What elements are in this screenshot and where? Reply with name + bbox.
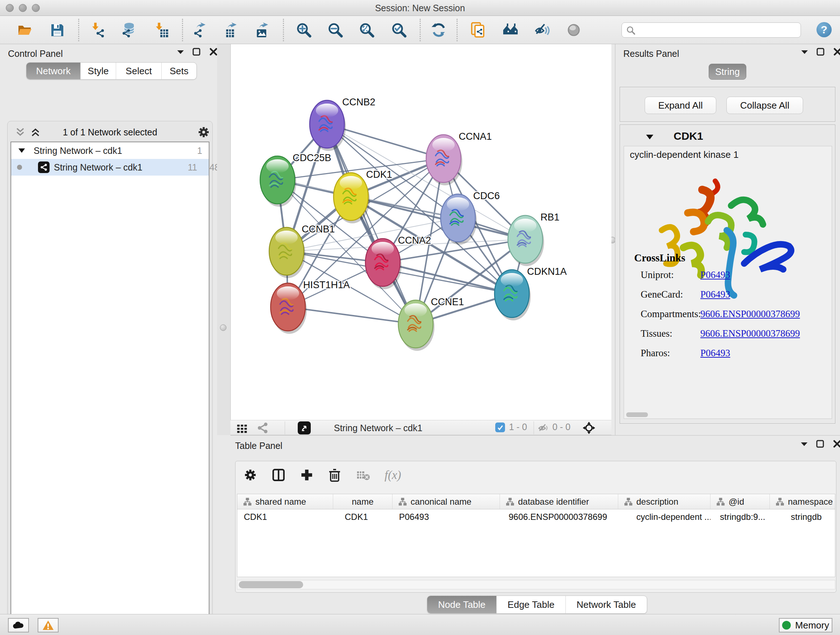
float-panel-icon[interactable] xyxy=(193,44,201,59)
table-options-gear-icon[interactable] xyxy=(243,468,257,482)
network-share-icon[interactable] xyxy=(256,422,269,434)
table-scrollbar-thumb[interactable] xyxy=(239,581,303,588)
birdseye-grid-icon[interactable] xyxy=(236,422,248,433)
cell-database-identifier[interactable]: 9606.ENSP00000378699 xyxy=(500,509,618,524)
node-table[interactable]: shared name name canonical name database… xyxy=(237,494,835,577)
network-options-gear-icon[interactable] xyxy=(197,126,210,139)
panel-menu-icon[interactable] xyxy=(801,44,808,59)
network-node-ccna1[interactable]: CCNA1 xyxy=(426,131,492,185)
tab-string[interactable]: String xyxy=(709,64,746,80)
float-panel-icon[interactable] xyxy=(816,436,825,451)
help-button[interactable]: ? xyxy=(816,22,832,37)
network-edge[interactable] xyxy=(351,196,525,239)
network-row-selected[interactable]: String Network – cdk1 11 48 xyxy=(11,159,209,176)
glass-eye-button[interactable] xyxy=(566,22,582,38)
cell-namespace[interactable]: stringdb xyxy=(770,509,835,524)
show-columns-icon[interactable] xyxy=(272,468,286,482)
crosslink-link[interactable]: P06493 xyxy=(700,348,730,359)
column-header-id[interactable]: @id xyxy=(711,494,770,509)
expand-all-button[interactable]: Expand All xyxy=(645,97,716,114)
collection-expand-icon[interactable] xyxy=(18,147,26,154)
column-header-shared-name[interactable]: shared name xyxy=(237,494,333,509)
string-network-graph[interactable]: CCNB2CCNA1CDC25BCDK1CDC6RB1CCNB1CCNA2CDK… xyxy=(231,44,612,420)
cell-id[interactable]: stringdb:9... xyxy=(711,509,770,524)
zoom-selected-button[interactable] xyxy=(391,22,407,38)
hidden-eye-icon[interactable] xyxy=(538,423,549,433)
table-horizontal-scrollbar[interactable] xyxy=(237,580,835,589)
tab-select[interactable]: Select xyxy=(116,63,162,79)
left-splitter-handle[interactable] xyxy=(220,325,226,331)
column-header-name[interactable]: name xyxy=(333,494,393,509)
network-node-ccne1[interactable]: CCNE1 xyxy=(398,296,464,351)
network-node-ccna2[interactable]: CCNA2 xyxy=(365,235,431,289)
zoom-in-button[interactable] xyxy=(296,22,312,38)
cell-description[interactable]: cyclin-dependent ... xyxy=(618,509,711,524)
tab-network-table[interactable]: Network Table xyxy=(566,596,647,613)
close-panel-icon[interactable] xyxy=(833,44,840,59)
cdk1-details: cyclin-dependent kinase 1 CrossLinks xyxy=(624,146,832,419)
fit-selected-crosshair-icon[interactable] xyxy=(582,421,596,435)
add-column-icon[interactable] xyxy=(300,468,314,482)
apply-layout-button[interactable] xyxy=(431,22,447,38)
left-splitter[interactable] xyxy=(217,44,231,435)
tab-edge-table[interactable]: Edge Table xyxy=(497,596,566,613)
column-header-namespace[interactable]: namespace xyxy=(770,494,835,509)
toolbar-search-input[interactable] xyxy=(622,22,801,38)
collapse-all-button[interactable]: Collapse All xyxy=(726,97,803,114)
open-session-button[interactable] xyxy=(17,22,33,38)
export-table-button[interactable] xyxy=(223,22,238,38)
cloud-status-button[interactable] xyxy=(8,618,29,632)
selected-nodes-checkbox[interactable] xyxy=(495,423,505,432)
column-header-canonical-name[interactable]: canonical name xyxy=(393,494,500,509)
crosslinks-scrollbar-thumb[interactable] xyxy=(626,412,648,417)
column-header-database-identifier[interactable]: database identifier xyxy=(500,494,618,509)
float-panel-icon[interactable] xyxy=(816,44,825,59)
memory-button[interactable]: Memory xyxy=(779,618,832,632)
crosslink-link[interactable]: 9606.ENSP00000378699 xyxy=(700,328,800,339)
panel-menu-icon[interactable] xyxy=(800,436,808,451)
cdk1-section: CDK1 cyclin-dependent kinase 1 CrossLink… xyxy=(620,125,835,424)
import-network-button[interactable] xyxy=(90,22,106,38)
network-node-rb1[interactable]: RB1 xyxy=(508,212,560,266)
crosslink-link[interactable]: P06493 xyxy=(700,289,730,300)
cell-canonical-name[interactable]: P06493 xyxy=(393,509,500,524)
network-node-cdkn1a[interactable]: CDKN1A xyxy=(494,266,567,320)
cdk1-collapse-icon[interactable] xyxy=(645,134,654,141)
network-node-hist1h1a[interactable]: HIST1H1A xyxy=(271,279,350,334)
tab-network[interactable]: Network xyxy=(27,63,81,79)
string-enrichment-button[interactable] xyxy=(502,22,518,38)
warnings-button[interactable] xyxy=(38,618,58,632)
crosslink-link[interactable]: P06493 xyxy=(700,269,730,280)
table-row[interactable]: CDK1 CDK1 P06493 9606.ENSP00000378699 cy… xyxy=(237,509,835,524)
panel-menu-icon[interactable] xyxy=(177,44,185,59)
zoom-fit-button[interactable] xyxy=(359,22,375,38)
crosslink-link[interactable]: 9606.ENSP00000378699 xyxy=(700,309,800,320)
function-builder-icon[interactable]: f(x) xyxy=(385,469,401,482)
network-node-ccnb2[interactable]: CCNB2 xyxy=(309,97,376,151)
delete-table-icon[interactable] xyxy=(355,469,370,481)
network-collection-row[interactable]: String Network – cdk1 1 xyxy=(11,142,209,159)
zoom-out-button[interactable] xyxy=(327,22,343,38)
close-panel-icon[interactable] xyxy=(833,436,840,451)
cell-shared-name[interactable]: CDK1 xyxy=(237,509,333,524)
import-table-button[interactable] xyxy=(154,22,170,38)
hide-glass-eye-button[interactable] xyxy=(534,22,550,38)
network-node-ccnb1[interactable]: CCNB1 xyxy=(269,224,335,278)
network-node-cdc6[interactable]: CDC6 xyxy=(441,190,500,245)
detach-view-icon[interactable] xyxy=(298,421,311,434)
column-header-description[interactable]: description xyxy=(618,494,711,509)
tab-node-table[interactable]: Node Table xyxy=(427,596,497,613)
network-edge[interactable] xyxy=(288,307,416,324)
cell-name[interactable]: CDK1 xyxy=(333,509,393,524)
close-panel-icon[interactable] xyxy=(209,44,218,59)
save-session-button[interactable] xyxy=(49,22,65,38)
tab-style[interactable]: Style xyxy=(81,63,116,79)
new-network-from-selection-button[interactable] xyxy=(470,22,486,38)
import-network-from-database-button[interactable] xyxy=(120,22,136,38)
network-canvas[interactable]: CCNB2CCNA1CDC25BCDK1CDC6RB1CCNB1CCNA2CDK… xyxy=(231,44,611,420)
export-image-button[interactable] xyxy=(254,22,270,38)
tab-sets[interactable]: Sets xyxy=(162,63,196,79)
export-network-button[interactable] xyxy=(191,22,207,38)
delete-column-trash-icon[interactable] xyxy=(328,468,341,482)
network-edge[interactable] xyxy=(327,124,416,324)
